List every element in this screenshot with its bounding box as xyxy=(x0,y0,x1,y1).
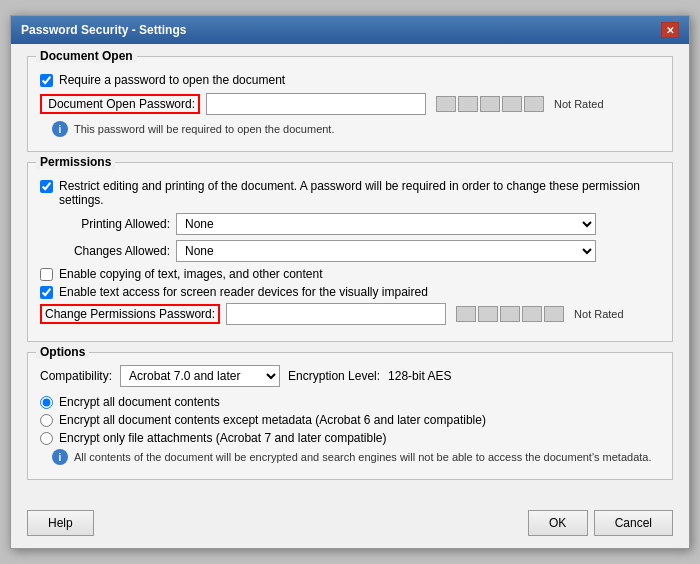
perm-strength-bar-4 xyxy=(522,306,542,322)
compatibility-select[interactable]: Acrobat 7.0 and later Acrobat 6.0 and la… xyxy=(120,365,280,387)
encrypt-all-label: Encrypt all document contents xyxy=(59,395,220,409)
encrypt-except-radio[interactable] xyxy=(40,414,53,427)
encrypt-all-radio[interactable] xyxy=(40,396,53,409)
copy-text-checkbox[interactable] xyxy=(40,268,53,281)
changes-allowed-row: Changes Allowed: None Inserting, deletin… xyxy=(40,240,660,262)
screen-reader-checkbox[interactable] xyxy=(40,286,53,299)
options-info: i All contents of the document will be e… xyxy=(52,449,660,465)
restrict-editing-label: Restrict editing and printing of the doc… xyxy=(59,179,660,207)
dialog-body: Document Open Require a password to open… xyxy=(11,44,689,502)
encrypt-except-row: Encrypt all document contents except met… xyxy=(40,413,660,427)
require-password-checkbox[interactable] xyxy=(40,74,53,87)
password-security-dialog: Password Security - Settings ✕ Document … xyxy=(10,15,690,549)
info-icon: i xyxy=(52,121,68,137)
perm-strength-bar-1 xyxy=(456,306,476,322)
options-info-icon: i xyxy=(52,449,68,465)
strength-bar-5 xyxy=(524,96,544,112)
perm-strength-bar-5 xyxy=(544,306,564,322)
screen-reader-row: Enable text access for screen reader dev… xyxy=(40,285,660,299)
options-section: Options Compatibility: Acrobat 7.0 and l… xyxy=(27,352,673,480)
screen-reader-label: Enable text access for screen reader dev… xyxy=(59,285,428,299)
options-info-text: All contents of the document will be enc… xyxy=(74,451,652,463)
permissions-strength-indicator xyxy=(456,306,564,322)
require-password-label: Require a password to open the document xyxy=(59,73,285,87)
close-button[interactable]: ✕ xyxy=(661,22,679,38)
restrict-editing-checkbox[interactable] xyxy=(40,180,53,193)
permissions-password-label: Change Permissions Password: xyxy=(40,304,220,324)
compatibility-row: Compatibility: Acrobat 7.0 and later Acr… xyxy=(40,365,660,387)
dialog-title: Password Security - Settings xyxy=(21,23,186,37)
strength-indicator xyxy=(436,96,544,112)
title-bar: Password Security - Settings ✕ xyxy=(11,16,689,44)
ok-button[interactable]: OK xyxy=(528,510,588,536)
permissions-title: Permissions xyxy=(36,155,115,169)
encryption-level-value: 128-bit AES xyxy=(388,369,451,383)
strength-bar-1 xyxy=(436,96,456,112)
printing-allowed-select[interactable]: None Low Resolution (150 dpi) High Resol… xyxy=(176,213,596,235)
encrypt-except-label: Encrypt all document contents except met… xyxy=(59,413,486,427)
printing-allowed-label: Printing Allowed: xyxy=(40,217,170,231)
require-password-row: Require a password to open the document xyxy=(40,73,660,87)
restrict-editing-row: Restrict editing and printing of the doc… xyxy=(40,179,660,207)
strength-bar-4 xyxy=(502,96,522,112)
permissions-not-rated: Not Rated xyxy=(574,308,624,320)
document-open-info-text: This password will be required to open t… xyxy=(74,123,334,135)
bottom-buttons: Help OK Cancel xyxy=(11,502,689,548)
cancel-button[interactable]: Cancel xyxy=(594,510,673,536)
ok-cancel-buttons: OK Cancel xyxy=(528,510,673,536)
printing-allowed-row: Printing Allowed: None Low Resolution (1… xyxy=(40,213,660,235)
permissions-section: Permissions Restrict editing and printin… xyxy=(27,162,673,342)
document-open-section: Document Open Require a password to open… xyxy=(27,56,673,152)
encrypt-attachments-label: Encrypt only file attachments (Acrobat 7… xyxy=(59,431,387,445)
copy-text-row: Enable copying of text, images, and othe… xyxy=(40,267,660,281)
permissions-password-input[interactable] xyxy=(226,303,446,325)
strength-bar-2 xyxy=(458,96,478,112)
strength-bar-3 xyxy=(480,96,500,112)
encryption-level-label: Encryption Level: xyxy=(288,369,380,383)
document-open-password-row: Document Open Password: Not Rated xyxy=(40,93,660,115)
permissions-password-row: Change Permissions Password: Not Rated xyxy=(40,303,660,325)
document-open-password-label: Document Open Password: xyxy=(40,94,200,114)
help-button[interactable]: Help xyxy=(27,510,94,536)
changes-allowed-label: Changes Allowed: xyxy=(40,244,170,258)
encrypt-all-row: Encrypt all document contents xyxy=(40,395,660,409)
document-open-info: i This password will be required to open… xyxy=(52,121,660,137)
copy-text-label: Enable copying of text, images, and othe… xyxy=(59,267,323,281)
perm-strength-bar-2 xyxy=(478,306,498,322)
document-open-password-input[interactable] xyxy=(206,93,426,115)
compatibility-label: Compatibility: xyxy=(40,369,112,383)
encrypt-attachments-radio[interactable] xyxy=(40,432,53,445)
changes-allowed-select[interactable]: None Inserting, deleting, and rotating p… xyxy=(176,240,596,262)
document-open-not-rated: Not Rated xyxy=(554,98,604,110)
options-title: Options xyxy=(36,345,89,359)
title-bar-buttons: ✕ xyxy=(661,22,679,38)
document-open-title: Document Open xyxy=(36,49,137,63)
encrypt-attachments-row: Encrypt only file attachments (Acrobat 7… xyxy=(40,431,660,445)
perm-strength-bar-3 xyxy=(500,306,520,322)
